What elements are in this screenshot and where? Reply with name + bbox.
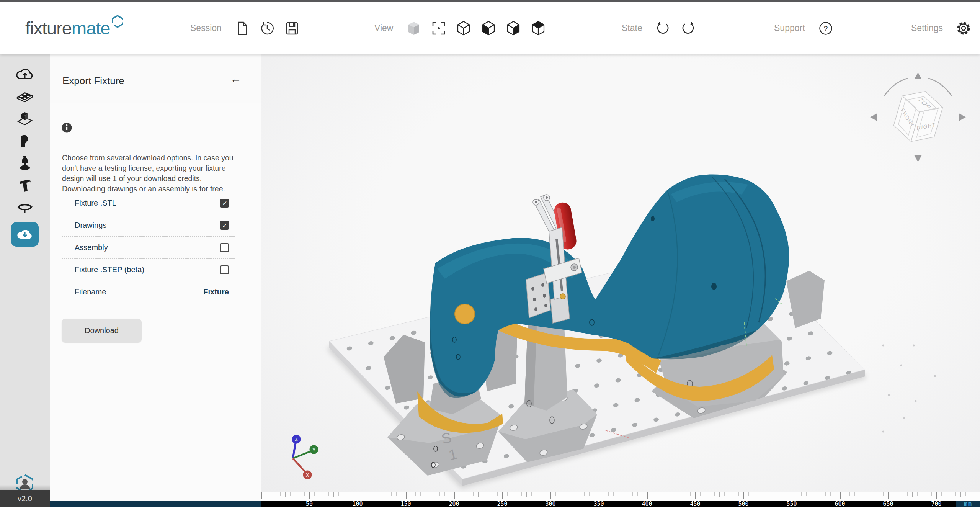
export-info-text: Choose from several download options. In… bbox=[62, 153, 239, 194]
viewport-3d-scene: S 1 bbox=[261, 54, 980, 492]
toggle-clamp-icon bbox=[16, 177, 34, 193]
header-group-settings: Settings bbox=[911, 2, 971, 54]
save-icon bbox=[285, 21, 299, 36]
session-label: Session bbox=[190, 23, 222, 33]
svg-text:?: ? bbox=[823, 25, 828, 33]
axis-z-label: Z bbox=[295, 437, 298, 442]
sidebar-item-baseplate[interactable] bbox=[11, 87, 38, 106]
cube-wireframe-icon bbox=[456, 21, 471, 36]
info-icon bbox=[62, 123, 72, 134]
version-text: v2.0 bbox=[18, 494, 32, 503]
header-group-state: State bbox=[622, 2, 696, 54]
option-row-assembly: Assembly bbox=[62, 237, 235, 259]
redo-button[interactable] bbox=[680, 21, 696, 36]
sidebar-item-export[interactable] bbox=[11, 222, 39, 247]
fit-to-view-button[interactable] bbox=[431, 21, 446, 36]
filename-row: Filename Fixture bbox=[62, 281, 235, 303]
option-row-fixture-step: Fixture .STEP (beta) bbox=[62, 259, 235, 281]
sidebar-item-part-placement[interactable] bbox=[11, 109, 38, 128]
export-fixture-panel: Export Fixture ← Choose from several dow… bbox=[50, 54, 261, 507]
brand-text-fixture: fixture bbox=[25, 18, 72, 39]
viewcube-arrow-up[interactable] bbox=[914, 72, 922, 79]
baseplate-icon bbox=[16, 88, 34, 105]
option-label: Drawings bbox=[75, 221, 220, 230]
ruler-unit-badge: mm bbox=[956, 501, 980, 507]
clamp-icon bbox=[16, 154, 34, 171]
app-header: fixturemate Session bbox=[0, 2, 980, 54]
ring-icon bbox=[16, 199, 34, 216]
viewcube-arrow-left[interactable] bbox=[870, 113, 877, 121]
version-badge: v2.0 bbox=[0, 490, 50, 507]
option-label: Fixture .STEP (beta) bbox=[75, 265, 220, 274]
save-button[interactable] bbox=[284, 21, 300, 36]
window-top-strip bbox=[0, 0, 980, 2]
new-file-icon bbox=[235, 21, 249, 36]
hexagon-logo-icon bbox=[111, 15, 124, 29]
axis-y-label: Y bbox=[312, 447, 316, 453]
axis-x-label: X bbox=[306, 472, 309, 478]
panel-title: Export Fixture bbox=[62, 75, 124, 87]
iso-view-wireframe-button[interactable] bbox=[456, 21, 471, 36]
ruler-ticks bbox=[261, 492, 980, 501]
export-options-list: Fixture .STL Drawings Assembly Fixture .… bbox=[62, 192, 235, 303]
shaded-view-button[interactable] bbox=[406, 21, 421, 36]
download-button[interactable]: Download bbox=[62, 319, 142, 343]
part-on-plate-icon bbox=[16, 110, 34, 127]
cube-right-shaded-icon bbox=[506, 21, 521, 36]
sidebar-item-toggle-clamps[interactable] bbox=[11, 175, 38, 195]
viewcube-rotate-cw[interactable] bbox=[928, 78, 952, 96]
option-label: Assembly bbox=[75, 243, 220, 252]
undo-button[interactable] bbox=[655, 21, 671, 36]
gold-pin-disc bbox=[455, 304, 475, 324]
sidebar-item-supports[interactable] bbox=[11, 131, 38, 150]
cloud-download-icon bbox=[16, 226, 34, 243]
history-button[interactable] bbox=[260, 21, 275, 36]
state-label: State bbox=[622, 23, 642, 33]
iso-view-top-shaded-button[interactable] bbox=[531, 21, 546, 36]
header-group-support: Support ? bbox=[774, 2, 833, 54]
cube-top-shaded-icon bbox=[531, 21, 546, 36]
brand-text-mate: mate bbox=[72, 18, 110, 39]
app-window: fixturemate Session bbox=[0, 0, 980, 507]
iso-view-left-shaded-button[interactable] bbox=[481, 21, 496, 36]
view-cube[interactable]: TOP FRONT RIGHT bbox=[870, 72, 966, 162]
fixture-stl-checkbox[interactable] bbox=[220, 199, 229, 208]
history-icon bbox=[260, 21, 274, 36]
viewcube-arrow-right[interactable] bbox=[959, 113, 966, 121]
tool-sidebar: v2.0 bbox=[0, 54, 50, 507]
support-label: Support bbox=[774, 23, 805, 33]
viewcube-arrow-down[interactable] bbox=[914, 155, 922, 162]
cloud-upload-icon bbox=[16, 65, 34, 82]
viewport-3d[interactable]: S 1 bbox=[261, 54, 980, 492]
gear-icon bbox=[956, 21, 971, 36]
shaded-view-icon bbox=[407, 21, 421, 36]
header-group-session: Session bbox=[190, 2, 300, 54]
panel-back-button[interactable]: ← bbox=[228, 73, 244, 85]
option-label: Fixture .STL bbox=[75, 199, 220, 208]
sidebar-item-labels[interactable] bbox=[11, 198, 38, 217]
filename-label: Filename bbox=[75, 288, 203, 296]
cube-left-shaded-icon bbox=[481, 21, 496, 36]
undo-icon bbox=[656, 21, 670, 36]
sidebar-item-clamps[interactable] bbox=[11, 153, 38, 172]
sidebar-item-import-part[interactable] bbox=[11, 64, 38, 83]
view-label: View bbox=[374, 23, 393, 33]
help-button[interactable]: ? bbox=[818, 21, 833, 36]
ruler-scale-bar: mm 5010015020025030035040045050055060065… bbox=[261, 501, 980, 507]
fixture-step-checkbox[interactable] bbox=[220, 265, 229, 274]
iso-view-right-shaded-button[interactable] bbox=[506, 21, 521, 36]
option-row-fixture-stl: Fixture .STL bbox=[62, 192, 235, 214]
fit-to-view-icon bbox=[431, 21, 446, 36]
settings-label: Settings bbox=[911, 23, 943, 33]
brand-logo: fixturemate bbox=[25, 2, 124, 54]
filename-value[interactable]: Fixture bbox=[203, 288, 229, 296]
help-icon: ? bbox=[818, 21, 833, 36]
drawings-checkbox[interactable] bbox=[220, 221, 229, 230]
new-file-button[interactable] bbox=[235, 21, 250, 36]
support-block-icon bbox=[16, 132, 34, 149]
viewcube-rotate-ccw[interactable] bbox=[884, 78, 908, 96]
option-row-drawings: Drawings bbox=[62, 214, 235, 237]
assembly-checkbox[interactable] bbox=[220, 243, 229, 252]
axis-gizmo[interactable]: Z Y X bbox=[292, 435, 318, 479]
settings-button[interactable] bbox=[956, 21, 971, 36]
